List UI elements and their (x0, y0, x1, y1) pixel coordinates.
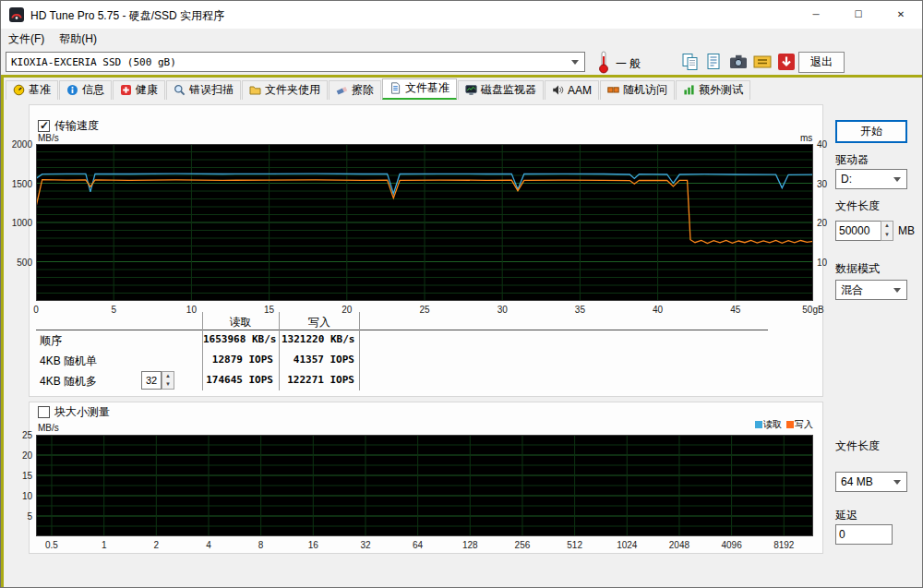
health-icon (120, 84, 132, 96)
y-tick: 10 (1, 491, 32, 501)
tab-extra[interactable]: 额外测试 (676, 80, 750, 100)
monitor-icon (465, 84, 477, 96)
latency-label: 延迟 (835, 508, 857, 523)
tab-label: 健康 (136, 82, 158, 98)
y-tick: 20 (1, 450, 32, 461)
x-tick: 10 (173, 305, 210, 315)
table-col-read: 读取 (202, 315, 279, 330)
y2-tick: 40 (817, 139, 841, 150)
file-length-input[interactable] (835, 221, 881, 241)
copy-pages-icon[interactable] (680, 52, 701, 72)
tab-label: 信息 (82, 82, 104, 98)
block-size-checkbox-label: 块大小测量 (54, 404, 110, 420)
x-tick: 2048 (661, 540, 698, 550)
update-download-icon[interactable] (776, 52, 797, 72)
tab-gauge[interactable]: 基准 (6, 80, 58, 100)
chevron-down-icon (893, 288, 901, 296)
filebench-icon (390, 82, 402, 94)
tab-filebench[interactable]: 文件基准 (382, 78, 457, 100)
x-tick: 1 (86, 540, 123, 550)
tab-erase[interactable]: 擦除 (329, 80, 381, 100)
y2-tick: 10 (817, 258, 841, 268)
menu-item-1[interactable]: 帮助(H) (52, 29, 104, 47)
checkbox-checked-icon (38, 120, 50, 132)
tab-health[interactable]: 健康 (113, 80, 165, 100)
block-file-length-combobox[interactable]: 64 MB (835, 472, 907, 492)
data-mode-combobox[interactable]: 混合 (835, 280, 907, 300)
tab-random[interactable]: 随机访问 (600, 80, 675, 100)
legend-swatch-icon (755, 421, 762, 428)
x-tick: 35 (561, 305, 598, 315)
file-length-spinner[interactable]: ▲ ▼ (881, 221, 893, 241)
spin-up-icon[interactable]: ▲ (881, 222, 893, 231)
block-size-checkbox[interactable]: 块大小测量 (38, 405, 110, 418)
tab-info[interactable]: 信息 (59, 80, 112, 100)
maximize-button[interactable]: ☐ (837, 1, 880, 29)
start-button[interactable]: 开始 (835, 120, 907, 143)
x-tick: 15 (251, 305, 288, 315)
drive-combobox-value: D: (841, 173, 852, 186)
legend-label: 读取 (763, 418, 782, 431)
app-icon (9, 7, 24, 22)
drive-select-combobox[interactable]: KIOXIA-EXCERIA SSD (500 gB) (6, 52, 585, 72)
x-tick: 30 (484, 305, 521, 315)
tab-label: 基准 (29, 82, 51, 98)
transfer-speed-checkbox[interactable]: 传输速度 (38, 119, 99, 132)
legend-label: 写入 (795, 418, 813, 431)
close-button[interactable]: ✕ (880, 1, 922, 29)
compare-icon[interactable] (752, 52, 773, 72)
table-column-line (279, 312, 280, 390)
minimize-button[interactable]: ─ (795, 1, 837, 29)
tab-folder[interactable]: 文件夹使用 (242, 80, 328, 100)
x-tick: 40 (640, 305, 677, 315)
tab-label: 额外测试 (699, 82, 743, 98)
data-mode-label: 数据模式 (835, 261, 880, 277)
legend-swatch-icon (786, 421, 794, 428)
tab-monitor[interactable]: 磁盘监视器 (458, 80, 544, 100)
x-tick: 0 (18, 305, 54, 315)
y-tick: 5 (1, 511, 32, 522)
tab-label: 随机访问 (623, 82, 667, 98)
y2-tick: 30 (817, 179, 841, 189)
x-tick: 64 (400, 540, 437, 550)
copy-report-icon[interactable] (704, 52, 725, 72)
gauge-icon (13, 84, 25, 96)
tab-label: 擦除 (352, 82, 374, 98)
queue-depth-input[interactable]: 32 (141, 371, 162, 390)
x-tick: 50gB (795, 305, 832, 315)
spin-up-icon[interactable]: ▲ (162, 372, 174, 380)
chevron-down-icon (571, 60, 579, 68)
read-value: 12879 IOPS (203, 354, 273, 366)
block-file-length-value: 64 MB (841, 475, 873, 488)
latency-input[interactable] (835, 524, 893, 545)
x-tick: 4 (190, 540, 227, 550)
file-length-unit: MB (898, 224, 915, 237)
y-axis-unit: MB/s (38, 133, 59, 143)
tab-scan[interactable]: 错误扫描 (166, 80, 241, 100)
menu-item-0[interactable]: 文件(F) (1, 29, 52, 47)
checkbox-unchecked-icon (38, 406, 50, 418)
drive-combobox[interactable]: D: (835, 169, 907, 189)
block-y-axis-unit: MB/s (38, 423, 59, 433)
read-value: 1653968 KB/s (203, 333, 273, 345)
x-tick: 5 (95, 305, 132, 315)
transfer-speed-checkbox-label: 传输速度 (54, 118, 99, 134)
accent-strip-horizontal (1, 75, 922, 78)
queue-depth-spinner[interactable]: ▲▼ (162, 371, 174, 390)
drive-label: 驱动器 (835, 152, 869, 168)
exit-button[interactable]: 退出 (798, 52, 845, 73)
extra-icon (683, 84, 695, 96)
tab-bar: 基准信息健康错误扫描文件夹使用擦除文件基准磁盘监视器AAM随机访问额外测试 (6, 78, 751, 100)
window-controls: ─☐✕ (795, 1, 922, 29)
tab-speaker[interactable]: AAM (545, 80, 599, 100)
x-tick: 256 (504, 540, 541, 550)
y-tick: 25 (1, 430, 32, 440)
spin-down-icon[interactable]: ▼ (162, 380, 174, 389)
spin-down-icon[interactable]: ▼ (881, 231, 893, 240)
tab-label: 文件夹使用 (265, 82, 320, 98)
y2-tick: 20 (817, 218, 841, 228)
camera-icon[interactable] (728, 52, 749, 72)
y-tick: 2000 (1, 139, 32, 150)
block-file-length-label: 文件长度 (835, 438, 880, 454)
x-tick: 32 (347, 540, 384, 550)
